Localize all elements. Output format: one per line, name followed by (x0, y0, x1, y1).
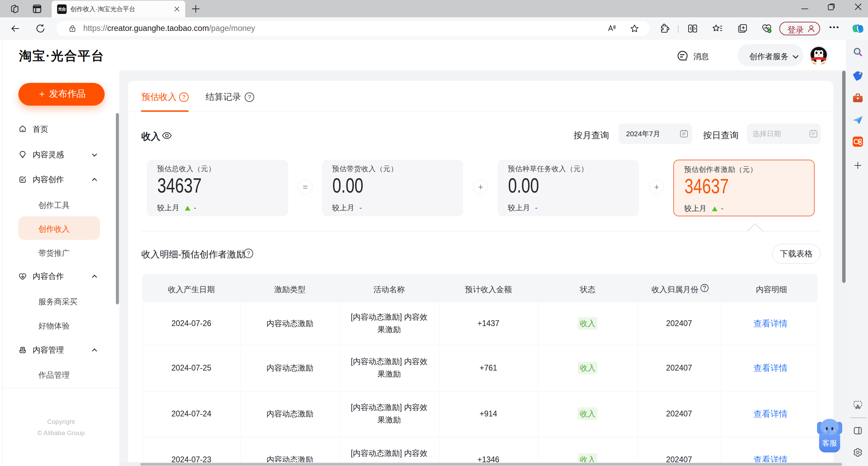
svg-text:客服: 客服 (822, 439, 837, 447)
